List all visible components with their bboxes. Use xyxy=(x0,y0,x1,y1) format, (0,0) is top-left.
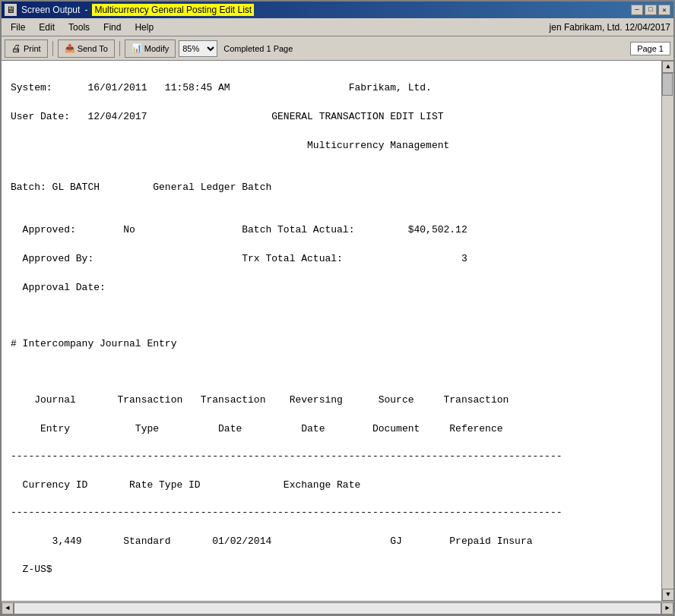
bottom-bar: ◄ ► xyxy=(2,601,673,614)
report-line-3: Multicurrency Management xyxy=(11,138,652,153)
scroll-x-track[interactable] xyxy=(14,602,661,614)
print-label: Print xyxy=(24,44,41,53)
printer-icon: 🖨 xyxy=(11,43,21,54)
report-content: System: 16/01/2011 11:58:45 AM Fabrikam,… xyxy=(2,61,661,601)
modify-icon: 📊 xyxy=(132,43,142,53)
zoom-select[interactable]: 85% 50% 75% 100% 125% 150% xyxy=(179,40,217,57)
menu-tools[interactable]: Tools xyxy=(62,21,96,34)
close-button[interactable]: ✕ xyxy=(658,5,670,15)
send-to-label: Send To xyxy=(78,44,108,53)
maximize-button[interactable]: □ xyxy=(645,5,657,15)
scroll-down-button[interactable]: ▼ xyxy=(662,589,673,601)
report-line-7: Approved: No Batch Total Actual: $40,502… xyxy=(11,223,652,238)
title-buttons: — □ ✕ xyxy=(631,5,670,15)
report-line-2: User Date: 12/04/2017 GENERAL TRANSACTIO… xyxy=(11,109,652,125)
menu-bar: File Edit Tools Find Help jen Fabrikam, … xyxy=(2,18,673,36)
menu-help[interactable]: Help xyxy=(128,21,160,34)
col-header-2: Entry Type Date Date Document Reference xyxy=(11,422,652,437)
menu-find[interactable]: Find xyxy=(97,21,127,34)
scroll-track[interactable] xyxy=(662,73,673,589)
report-area[interactable]: System: 16/01/2011 11:58:45 AM Fabrikam,… xyxy=(2,61,661,601)
modify-label: Modify xyxy=(144,44,169,53)
toolbar-separator-2 xyxy=(119,41,120,56)
report-section-header: # Intercompany Journal Entry xyxy=(11,336,652,352)
col-header-3: Currency ID Rate Type ID Exchange Rate xyxy=(11,478,652,493)
scroll-up-button[interactable]: ▲ xyxy=(662,61,673,73)
report-line-5: Batch: GL BATCH General Ledger Batch xyxy=(11,180,652,195)
data-row-2: Z-US$ xyxy=(11,562,652,577)
main-window: 🖥 Screen Output - Multicurrency General … xyxy=(0,0,675,616)
user-company-date: jen Fabrikam, Ltd. 12/04/2017 xyxy=(550,22,670,33)
report-line-8: Approved By: Trx Total Actual: 3 xyxy=(11,251,652,267)
status-text: Completed 1 Page xyxy=(223,44,293,53)
menu-items: File Edit Tools Find Help xyxy=(5,21,550,34)
window-icon: 🖥 xyxy=(5,4,17,16)
minimize-button[interactable]: — xyxy=(631,5,643,15)
scroll-left-button[interactable]: ◄ xyxy=(2,602,14,614)
report-line-1: System: 16/01/2011 11:58:45 AM Fabrikam,… xyxy=(11,81,652,96)
content-area: System: 16/01/2011 11:58:45 AM Fabrikam,… xyxy=(2,61,673,601)
title-bar: 🖥 Screen Output - Multicurrency General … xyxy=(2,2,673,18)
vertical-scrollbar: ▲ ▼ xyxy=(661,61,673,601)
report-line-9: Approval Date: xyxy=(11,280,652,295)
page-indicator: Page 1 xyxy=(630,42,670,55)
title-highlight: Multicurrency General Posting Edit List xyxy=(92,4,254,16)
menu-file[interactable]: File xyxy=(5,21,31,34)
title-prefix: Screen Output xyxy=(21,5,80,15)
dash-line-1: ----------------------------------------… xyxy=(11,450,652,463)
send-icon: 📤 xyxy=(65,43,75,53)
scroll-right-button[interactable]: ► xyxy=(661,602,673,614)
title-bar-left: 🖥 Screen Output - Multicurrency General … xyxy=(5,4,254,16)
toolbar: 🖨 Print 📤 Send To 📊 Modify 85% 50% 75% 1… xyxy=(2,36,673,61)
send-to-button[interactable]: 📤 Send To xyxy=(58,39,115,58)
horizontal-scrollbar: ◄ ► xyxy=(2,602,673,614)
scroll-thumb[interactable] xyxy=(662,73,673,96)
dash-line-2: ----------------------------------------… xyxy=(11,506,652,520)
col-header-1: Journal Transaction Transaction Reversin… xyxy=(11,393,652,408)
modify-button[interactable]: 📊 Modify xyxy=(125,39,176,58)
toolbar-separator-1 xyxy=(52,41,53,56)
menu-edit[interactable]: Edit xyxy=(33,21,61,34)
title-separator: - xyxy=(84,5,87,15)
print-button[interactable]: 🖨 Print xyxy=(5,39,48,58)
data-row-1: 3,449 Standard 01/02/2014 GJ Prepaid Ins… xyxy=(11,534,652,549)
